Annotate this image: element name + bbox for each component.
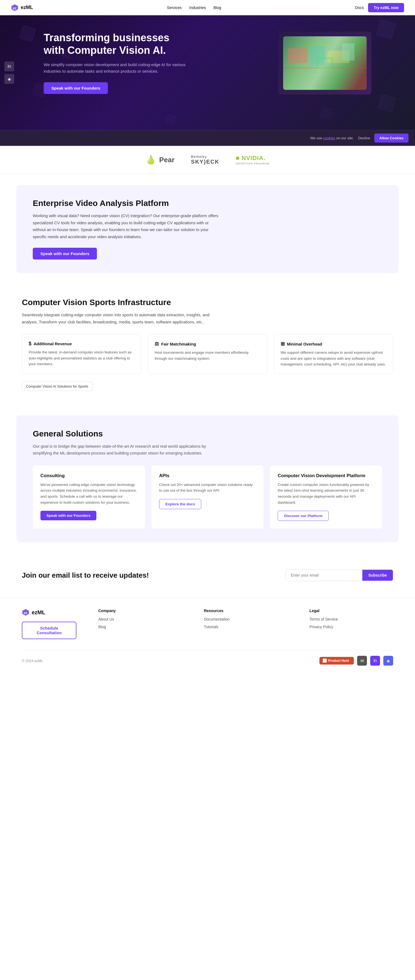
nav-links: Services Industries Blog: [167, 5, 221, 10]
partners-section: 🍐 Pear Berkeley SKY)ECK ■ NVIDIA. INCEPT…: [0, 146, 415, 174]
nav-logo[interactable]: ez ezML: [11, 4, 33, 11]
partner-pear: 🍐 Pear: [146, 154, 175, 165]
discord-footer-button[interactable]: ◈: [383, 656, 393, 666]
decline-button[interactable]: Decline: [358, 136, 370, 140]
footer-logo: ez ezML: [22, 609, 76, 616]
nvidia-sub-text: INCEPTION PROGRAM: [235, 162, 269, 165]
video-section-description: Working with visual data? Need computer …: [33, 212, 218, 240]
skydeck-bottom-text: SKY)ECK: [191, 159, 219, 165]
apis-cta[interactable]: Explore the docs: [159, 499, 202, 509]
solution-card-consulting: Consulting We've pioneered cutting-edge …: [33, 465, 145, 528]
footer-privacy-link[interactable]: Privacy Policy: [309, 625, 333, 629]
feature-card-overhead-title: ⊞ Minimal Overhead: [281, 341, 386, 347]
footer-top: ez ezML Schedule Consultation Company Ab…: [22, 609, 393, 639]
svg-rect-5: [342, 43, 355, 60]
footer-bottom-right: 🅿 Product Hunt ✉ in ◈: [320, 656, 393, 666]
nav-cta-button[interactable]: Try ezML now: [368, 3, 404, 12]
platform-cta[interactable]: Discover our Platform: [278, 511, 329, 521]
nav-right: Docs Try ezML now: [355, 3, 404, 12]
footer-brand: ez ezML Schedule Consultation: [22, 609, 76, 639]
footer-about-link[interactable]: About Us: [98, 617, 114, 621]
general-section-description: Our goal is to bridge the gap between st…: [33, 443, 218, 457]
allow-cookies-button[interactable]: Allow Cookies: [374, 134, 409, 143]
apis-description: Check out 20+ advanced computer vision s…: [159, 482, 256, 493]
cookie-banner: We use cookies on our site. Decline Allo…: [0, 130, 415, 146]
partner-nvidia: ■ NVIDIA. INCEPTION PROGRAM: [235, 154, 269, 165]
footer-blog-link[interactable]: Blog: [98, 625, 106, 629]
cookie-message2: on our site.: [335, 136, 354, 140]
footer-company-title: Company: [98, 609, 182, 613]
skydeck-logo: Berkeley SKY)ECK: [191, 155, 219, 165]
nav-docs[interactable]: Docs: [355, 5, 364, 10]
cookie-link[interactable]: cookies: [323, 136, 335, 140]
nav-industries[interactable]: Industries: [189, 5, 206, 10]
footer-blog-item: Blog: [98, 624, 182, 629]
footer-tos-link[interactable]: Terms of Service: [309, 617, 338, 621]
platform-description: Create custom computer vision functional…: [278, 482, 375, 505]
footer-logo-text: ezML: [32, 609, 45, 616]
solution-card-apis: APIs Check out 20+ advanced computer vis…: [151, 465, 264, 528]
pear-logo-text: Pear: [159, 156, 175, 164]
email-form: Subscribe: [286, 570, 393, 581]
footer-legal-title: Legal: [309, 609, 393, 613]
linkedin-icon: in: [8, 64, 11, 69]
sports-section-title: Computer Vision Sports Infrastructure: [22, 298, 393, 307]
product-hunt-icon: 🅿: [323, 659, 326, 663]
cv-solutions-link[interactable]: Computer Vision AI Solutions for Sports: [22, 382, 92, 391]
footer-tos-item: Terms of Service: [309, 617, 393, 622]
footer-tutorials-item: Tutorials: [204, 624, 288, 629]
video-section-title: Enterprise Video Analysis Platform: [33, 199, 382, 208]
hero-image-inner: [283, 36, 367, 90]
footer-about-item: About Us: [98, 617, 182, 622]
apis-title: APIs: [159, 473, 256, 479]
footer-company-links: About Us Blog: [98, 617, 182, 629]
svg-text:ez: ez: [13, 6, 16, 10]
email-input[interactable]: [286, 570, 362, 581]
feature-card-revenue: $ Additional Revenue Provide the latest,…: [22, 334, 141, 374]
subscribe-button[interactable]: Subscribe: [362, 570, 393, 581]
feature-card-overhead: ⊞ Minimal Overhead We support different …: [274, 334, 393, 374]
footer-bottom: © 2024 ezML 🅿 Product Hunt ✉ in ◈: [22, 650, 393, 666]
consulting-title: Consulting: [40, 473, 137, 479]
nav-services[interactable]: Services: [167, 5, 182, 10]
hero-text: Transforming businesses with Computer Vi…: [44, 32, 186, 94]
footer-nav-company: Company About Us Blog: [98, 609, 182, 632]
feature-cards: $ Additional Revenue Provide the latest,…: [22, 334, 393, 374]
consulting-cta[interactable]: Speak with our Founders: [40, 511, 96, 520]
footer-privacy-item: Privacy Policy: [309, 624, 393, 629]
grid-icon: ⊞: [281, 341, 285, 347]
skydeck-top-text: Berkeley: [191, 155, 207, 159]
svg-text:ez: ez: [24, 611, 27, 615]
email-social-button[interactable]: ✉: [357, 656, 367, 666]
footer-nav-legal: Legal Terms of Service Privacy Policy: [309, 609, 393, 632]
partner-skydeck: Berkeley SKY)ECK: [191, 155, 219, 165]
linkedin-footer-button[interactable]: in: [370, 656, 380, 666]
feature-card-matchmaking: ⚖ Fair Matchmaking Host tournaments and …: [148, 334, 267, 374]
hero-image: [278, 32, 371, 94]
discord-social-btn[interactable]: ◈: [4, 74, 14, 84]
product-hunt-label: Product Hunt: [328, 659, 349, 663]
nav-logo-text: ezML: [21, 5, 33, 10]
nav-blog[interactable]: Blog: [213, 5, 221, 10]
linkedin-social-btn[interactable]: in: [4, 62, 14, 71]
footer-tutorials-link[interactable]: Tutorials: [204, 625, 218, 629]
product-hunt-badge[interactable]: 🅿 Product Hunt: [320, 657, 354, 665]
hero-content: Transforming businesses with Computer Vi…: [44, 32, 371, 94]
discord-footer-icon: ◈: [386, 658, 390, 663]
nvidia-logo: ■ NVIDIA. INCEPTION PROGRAM: [235, 154, 269, 165]
footer-nav-resources: Resources Documentation Tutorials: [204, 609, 288, 632]
email-icon: ✉: [360, 658, 364, 663]
discord-icon: ◈: [8, 76, 11, 82]
email-section: Join our email list to receive updates! …: [0, 553, 415, 597]
hero-image-placeholder: [278, 32, 371, 94]
sports-section: Computer Vision Sports Infrastructure Se…: [0, 284, 415, 404]
footer-resources-title: Resources: [204, 609, 288, 613]
video-section: Enterprise Video Analysis Platform Worki…: [16, 185, 399, 273]
hero-cta-button[interactable]: Speak with our Founders: [44, 82, 108, 94]
svg-rect-2: [288, 48, 308, 63]
video-section-cta[interactable]: Speak with our Founders: [33, 248, 97, 259]
linkedin-footer-icon: in: [374, 658, 377, 663]
schedule-consultation-button[interactable]: Schedule Consultation: [22, 622, 76, 639]
footer-docs-link[interactable]: Documentation: [204, 617, 230, 621]
solution-cards: Consulting We've pioneered cutting-edge …: [33, 465, 382, 528]
